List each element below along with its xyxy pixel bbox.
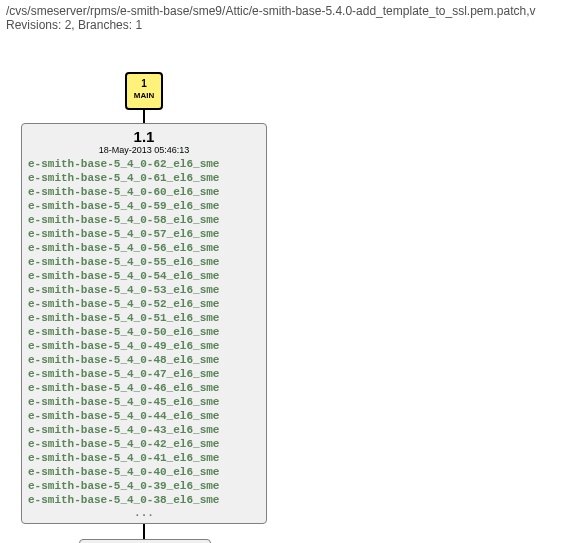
revision-tag: e-smith-base-5_4_0-62_el6_sme (28, 157, 260, 171)
revision-tag: e-smith-base-5_4_0-54_el6_sme (28, 269, 260, 283)
revision-tag: e-smith-base-5_4_0-38_el6_sme (28, 493, 260, 507)
header: /cvs/smeserver/rpms/e-smith-base/sme9/At… (0, 0, 584, 34)
revision-node-1-1[interactable]: 1.1 18-May-2013 05:46:13 e-smith-base-5_… (21, 123, 267, 524)
revisions-meta: Revisions: 2, Branches: 1 (6, 18, 578, 32)
revision-tag: e-smith-base-5_4_0-41_el6_sme (28, 451, 260, 465)
revision-tag: e-smith-base-5_4_0-48_el6_sme (28, 353, 260, 367)
revision-tag: e-smith-base-5_4_0-47_el6_sme (28, 367, 260, 381)
revision-tag: e-smith-base-5_4_0-40_el6_sme (28, 465, 260, 479)
revision-version: 1.1 (28, 128, 260, 145)
revision-tag: e-smith-base-5_4_0-50_el6_sme (28, 325, 260, 339)
revision-tag: e-smith-base-5_4_0-49_el6_sme (28, 339, 260, 353)
revision-tag: e-smith-base-5_4_0-51_el6_sme (28, 311, 260, 325)
connector-line (143, 108, 145, 123)
revision-tag: e-smith-base-5_4_0-60_el6_sme (28, 185, 260, 199)
revision-tags-list: e-smith-base-5_4_0-62_el6_smee-smith-bas… (28, 157, 260, 507)
revision-tag: e-smith-base-5_4_0-46_el6_sme (28, 381, 260, 395)
revision-tag: e-smith-base-5_4_0-56_el6_sme (28, 241, 260, 255)
revision-tag: e-smith-base-5_4_0-42_el6_sme (28, 437, 260, 451)
revision-tag: e-smith-base-5_4_0-57_el6_sme (28, 227, 260, 241)
revision-tag: e-smith-base-5_4_0-45_el6_sme (28, 395, 260, 409)
branch-node-label: MAIN (127, 91, 161, 101)
revision-tag: e-smith-base-5_4_0-52_el6_sme (28, 297, 260, 311)
revision-tag: e-smith-base-5_4_0-55_el6_sme (28, 255, 260, 269)
revision-tag: e-smith-base-5_4_0-61_el6_sme (28, 171, 260, 185)
revision-tag: e-smith-base-5_4_0-44_el6_sme (28, 409, 260, 423)
revision-date: 18-May-2013 05:46:13 (28, 145, 260, 155)
branch-node-number: 1 (127, 77, 161, 91)
tags-ellipsis: ... (28, 507, 260, 519)
revision-tag: e-smith-base-5_4_0-58_el6_sme (28, 213, 260, 227)
connector-line (143, 524, 145, 539)
revision-tag: e-smith-base-5_4_0-43_el6_sme (28, 423, 260, 437)
revision-tag: e-smith-base-5_4_0-59_el6_sme (28, 199, 260, 213)
revision-tag: e-smith-base-5_4_0-53_el6_sme (28, 283, 260, 297)
revision-node-1-2[interactable]: 1.2 24-Mar-2014 04:05:35 HEAD (79, 539, 211, 543)
file-path: /cvs/smeserver/rpms/e-smith-base/sme9/At… (6, 4, 578, 18)
revision-tag: e-smith-base-5_4_0-39_el6_sme (28, 479, 260, 493)
branch-node-main[interactable]: 1 MAIN (125, 72, 163, 110)
